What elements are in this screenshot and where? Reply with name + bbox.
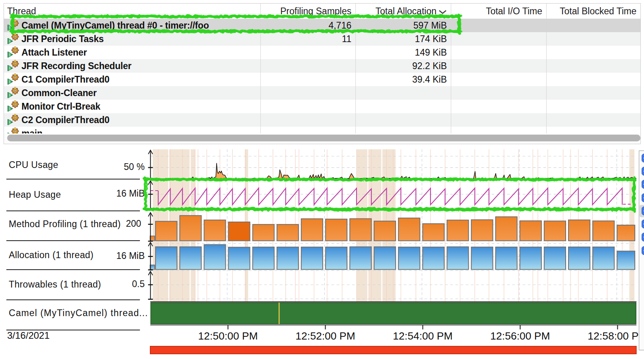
method-bar (374, 221, 396, 241)
time-tick-label: 12:52:00 PM (295, 330, 355, 342)
method-bar (229, 222, 250, 241)
method-bar (593, 221, 614, 241)
alloc-bar (617, 251, 635, 269)
method-bar (544, 221, 566, 241)
alloc-bar (155, 247, 177, 270)
method-bar (180, 216, 201, 241)
alloc-bar (229, 247, 250, 270)
alloc-bar (301, 247, 323, 269)
chart-tool-button-7[interactable] (642, 233, 644, 241)
alloc-bar (398, 247, 420, 269)
method-bar (326, 219, 347, 241)
method-bar (350, 219, 371, 241)
alloc-bar (496, 247, 517, 269)
alloc-bar (471, 247, 493, 269)
method-bar (568, 220, 590, 241)
method-bar (423, 224, 444, 241)
method-bar (496, 217, 517, 241)
time-tick-label: 12:58:00 PM (588, 330, 644, 342)
method-bar (204, 220, 225, 241)
alloc-bar (204, 245, 225, 270)
alloc-bar (350, 247, 371, 270)
chart-tool-button-1[interactable] (642, 154, 644, 162)
alloc-bar (447, 247, 469, 270)
method-bar (301, 219, 323, 241)
alloc-bar (423, 247, 444, 269)
chart-tool-button-2[interactable] (642, 167, 644, 176)
selection-range-bar[interactable] (150, 346, 636, 354)
method-bar (398, 218, 420, 241)
chart-tool-button-8[interactable] (642, 246, 644, 255)
time-tick-label: 12:50:00 PM (198, 330, 258, 342)
alloc-bar (326, 247, 347, 269)
jmc-threads-view: ThreadProfiling SamplesTotal AllocationT… (0, 0, 644, 359)
method-bar (520, 221, 541, 241)
method-bar (155, 221, 177, 241)
method-bar (447, 220, 469, 241)
method-bar (617, 225, 635, 241)
timeline-chart[interactable] (0, 0, 644, 359)
method-bar (277, 224, 299, 241)
chart-tool-button-5[interactable] (642, 207, 644, 215)
chart-tool-button-3[interactable] (642, 180, 644, 189)
alloc-bar (180, 247, 201, 270)
thread-activity-span (151, 303, 636, 324)
time-tick-label: 12:56:00 PM (490, 330, 550, 342)
chart-tool-button-6[interactable] (642, 220, 644, 228)
chart-tool-button-4[interactable] (642, 193, 644, 202)
method-bar (471, 220, 493, 241)
alloc-bar (374, 247, 396, 270)
time-tick-label: 12:54:00 PM (393, 330, 452, 342)
chart-toolbar-panel (639, 151, 644, 350)
alloc-bar (568, 247, 590, 270)
method-bar (253, 224, 274, 241)
alloc-bar (544, 247, 566, 270)
alloc-bar (520, 247, 541, 269)
alloc-bar (253, 247, 274, 269)
alloc-bar (593, 247, 614, 270)
alloc-bar (277, 247, 299, 269)
